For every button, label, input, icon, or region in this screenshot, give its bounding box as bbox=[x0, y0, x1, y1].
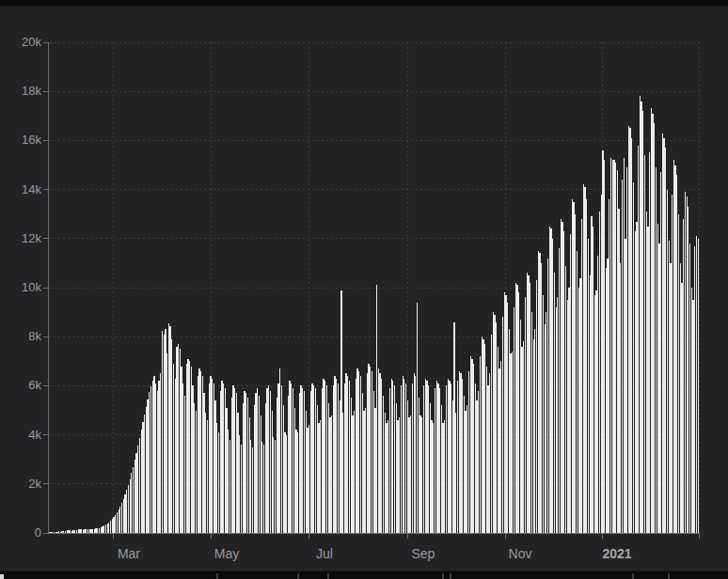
y-tick-label: 6k bbox=[0, 378, 41, 393]
bottom-cropped-bar bbox=[0, 571, 728, 579]
x-tick-label: Sep bbox=[411, 546, 435, 561]
y-tick-label: 2k bbox=[0, 477, 41, 492]
bottom-bar-separator bbox=[632, 573, 634, 579]
y-tick-label: 10k bbox=[0, 280, 41, 295]
x-tick-label: Jul bbox=[316, 546, 333, 561]
y-tick-label: 14k bbox=[0, 182, 41, 197]
y-tick-label: 20k bbox=[0, 35, 41, 50]
bottom-bar-separator bbox=[668, 573, 670, 579]
y-tick-label: 18k bbox=[0, 84, 41, 99]
x-tick-label: Nov bbox=[509, 546, 532, 561]
chart-panel: 02k4k6k8k10k12k14k16k18k20kMarMayJulSepN… bbox=[0, 7, 728, 571]
x-tick-label: May bbox=[214, 546, 239, 561]
bottom-cropped-white-mark bbox=[0, 574, 4, 579]
bottom-bar-separator bbox=[327, 573, 329, 579]
y-tick-label: 16k bbox=[0, 133, 41, 148]
y-tick-label: 4k bbox=[0, 428, 41, 443]
plot-area[interactable] bbox=[0, 7, 728, 571]
y-tick-label: 0 bbox=[0, 525, 41, 540]
bars-series[interactable] bbox=[49, 96, 699, 533]
bottom-bar-separator bbox=[450, 573, 451, 579]
x-tick-label: 2021 bbox=[602, 546, 631, 561]
screen: 02k4k6k8k10k12k14k16k18k20kMarMayJulSepN… bbox=[0, 0, 728, 579]
bottom-bar-separator bbox=[442, 573, 444, 579]
x-tick-label: Mar bbox=[118, 546, 140, 561]
top-cropped-bar bbox=[0, 0, 728, 7]
y-tick-label: 8k bbox=[0, 329, 41, 344]
y-tick-label: 12k bbox=[0, 231, 41, 246]
bottom-bar-separator bbox=[297, 573, 299, 579]
bottom-bar-separator bbox=[216, 573, 218, 579]
